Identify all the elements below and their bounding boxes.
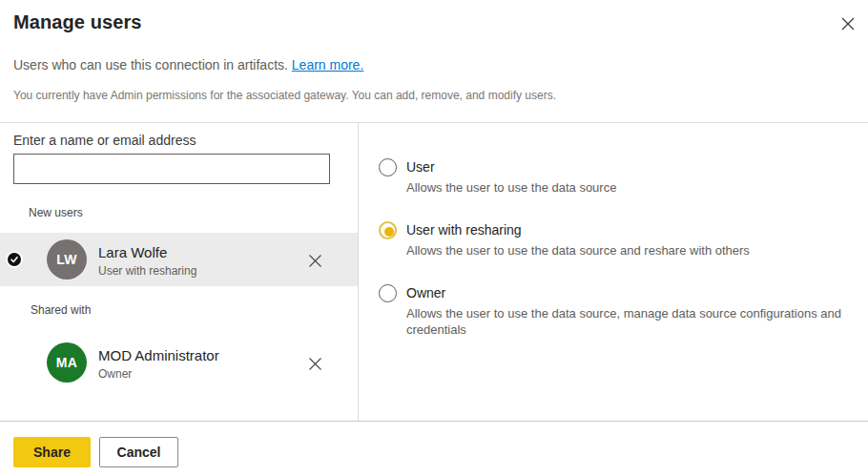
radio-label: Owner xyxy=(406,285,445,300)
learn-more-link[interactable]: Learn more. xyxy=(292,57,363,72)
admin-permissions-note: You currently have Admin permissions for… xyxy=(13,89,556,102)
radio-label: User with resharing xyxy=(406,222,522,238)
radio-label: User xyxy=(406,159,435,175)
radio-unselected-icon[interactable] xyxy=(379,284,397,302)
close-button[interactable] xyxy=(837,13,858,34)
remove-user-button[interactable] xyxy=(305,251,324,270)
close-icon xyxy=(841,17,855,31)
manage-users-dialog: Manage users Users who can use this conn… xyxy=(0,0,868,476)
dialog-description: Users who can use this connection in art… xyxy=(13,57,363,72)
share-button[interactable]: Share xyxy=(13,437,91,467)
radio-description: Allows the user to use the data source a… xyxy=(406,242,862,259)
radio-selected-icon[interactable] xyxy=(379,221,397,239)
user-name: MOD Administrator xyxy=(98,347,219,363)
selected-check-icon xyxy=(6,251,23,268)
header-divider xyxy=(0,122,868,123)
user-role: User with resharing xyxy=(98,264,196,278)
footer-divider xyxy=(0,421,868,422)
remove-icon xyxy=(308,254,322,268)
radio-description: Allows the user to use the data source, … xyxy=(406,305,862,338)
page-title: Manage users xyxy=(13,11,142,33)
radio-description: Allows the user to use the data source xyxy=(406,179,862,196)
panel-divider xyxy=(358,123,359,421)
search-input[interactable] xyxy=(13,154,330,184)
radio-unselected-icon[interactable] xyxy=(379,158,397,176)
description-text: Users who can use this connection in art… xyxy=(13,57,288,72)
user-name: Lara Wolfe xyxy=(98,244,167,260)
avatar: LW xyxy=(47,239,87,279)
remove-user-button[interactable] xyxy=(305,354,324,373)
user-role: Owner xyxy=(98,367,132,381)
remove-icon xyxy=(308,357,322,371)
cancel-button[interactable]: Cancel xyxy=(99,437,178,467)
shared-with-header: Shared with xyxy=(31,303,91,317)
search-label: Enter a name or email address xyxy=(13,133,196,148)
new-users-header: New users xyxy=(29,206,83,219)
radio-dot xyxy=(384,227,394,237)
avatar: MA xyxy=(47,342,87,383)
